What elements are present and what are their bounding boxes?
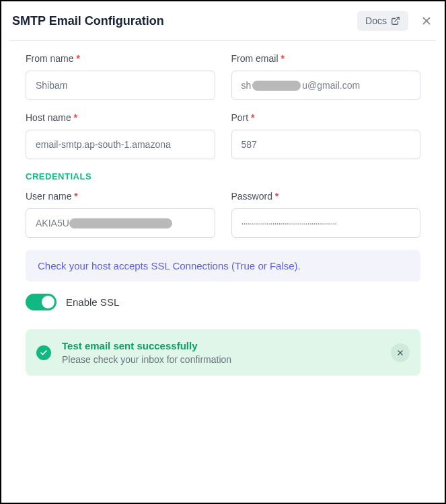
ssl-toggle-row: Enable SSL [26, 294, 420, 310]
close-icon [396, 349, 404, 357]
from-name-input[interactable] [26, 71, 215, 100]
check-circle-icon [36, 345, 51, 360]
password-input[interactable] [231, 208, 421, 238]
port-input[interactable] [231, 130, 421, 159]
dismiss-toast-button[interactable] [391, 343, 410, 362]
ssl-note: Check your host accepts SSL Connections … [26, 250, 420, 282]
redacted-span [252, 81, 301, 91]
from-name-label: From name * [26, 53, 215, 64]
password-field: Password * [231, 191, 421, 238]
from-email-input[interactable]: sh u@gmail.com [231, 71, 421, 100]
header-actions: Docs [357, 11, 435, 31]
from-email-field: From email * sh u@gmail.com [231, 53, 421, 100]
host-name-input[interactable] [26, 130, 215, 159]
port-label: Port * [231, 112, 421, 123]
user-name-field: User name * AKIA5U [26, 191, 215, 238]
success-title: Test email sent successfully [62, 340, 380, 351]
success-subtitle: Please check your inbox for confirmation [62, 354, 380, 365]
user-name-input[interactable]: AKIA5U [26, 208, 215, 238]
dialog-frame: SMTP Email Configuration Docs From name … [0, 0, 446, 504]
port-field: Port * [231, 112, 421, 159]
redacted-span [69, 218, 172, 228]
svg-line-0 [395, 17, 399, 22]
success-toast: Test email sent successfully Please chec… [26, 329, 420, 376]
from-name-field: From name * [26, 53, 215, 100]
user-name-label: User name * [26, 191, 215, 202]
docs-button[interactable]: Docs [357, 11, 408, 31]
credentials-heading: CREDENTIALS [26, 171, 420, 181]
close-button[interactable] [418, 12, 435, 30]
host-name-field: Host name * [26, 112, 215, 159]
from-email-label: From email * [231, 53, 421, 64]
enable-ssl-toggle[interactable] [26, 294, 57, 310]
dialog-title: SMTP Email Configuration [12, 14, 164, 28]
dialog-body: From name * From email * sh u@gmail.com … [9, 41, 437, 376]
enable-ssl-label: Enable SSL [66, 296, 119, 308]
toggle-knob [42, 296, 54, 308]
external-link-icon [391, 16, 400, 26]
dialog-header: SMTP Email Configuration Docs [9, 8, 437, 41]
docs-button-label: Docs [365, 15, 387, 26]
host-name-label: Host name * [26, 112, 215, 123]
password-label: Password * [231, 191, 421, 202]
close-icon [420, 15, 433, 27]
success-text: Test email sent successfully Please chec… [62, 340, 380, 365]
